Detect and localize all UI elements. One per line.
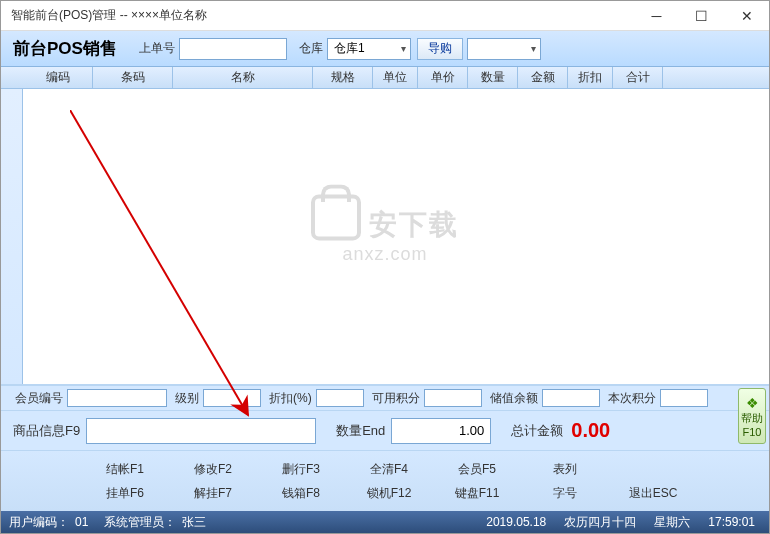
member-balance-input[interactable]: [542, 389, 600, 407]
fn-delete-row[interactable]: 删行F3: [257, 457, 345, 481]
qty-input[interactable]: [391, 418, 491, 444]
fn-member[interactable]: 会员F5: [433, 457, 521, 481]
row-marker-gutter: [1, 89, 23, 384]
member-discount-label: 折扣(%): [269, 390, 312, 407]
function-panel: 结帐F1 修改F2 删行F3 全清F4 会员F5 表列 挂单F6 解挂F7 钱箱…: [1, 451, 769, 511]
statusbar: 用户编码： 01 系统管理员： 张三 2019.05.18 农历四月十四 星期六…: [1, 511, 769, 533]
product-bar: 商品信息F9 数量End 总计金额 0.00: [1, 411, 769, 451]
col-name[interactable]: 名称: [173, 67, 313, 88]
fn-modify[interactable]: 修改F2: [169, 457, 257, 481]
product-info-input[interactable]: [86, 418, 316, 444]
qty-label: 数量End: [336, 422, 385, 440]
product-info-label: 商品信息F9: [13, 422, 80, 440]
guide-button[interactable]: 导购: [417, 38, 463, 60]
book-icon: ❖: [746, 395, 759, 411]
guide-select[interactable]: [467, 38, 541, 60]
maximize-button[interactable]: ☐: [679, 1, 724, 30]
member-this-points-input[interactable]: [660, 389, 708, 407]
close-button[interactable]: ✕: [724, 1, 769, 30]
warehouse-label: 仓库: [299, 40, 323, 57]
col-barcode[interactable]: 条码: [93, 67, 173, 88]
col-code[interactable]: 编码: [23, 67, 93, 88]
app-title: 前台POS销售: [7, 37, 127, 60]
col-unit[interactable]: 单位: [373, 67, 418, 88]
member-bar: 会员编号 级别 折扣(%) 可用积分 储值余额 本次积分: [1, 385, 769, 411]
main-toolbar: 前台POS销售 上单号 仓库 仓库1 导购: [1, 31, 769, 67]
member-points-label: 可用积分: [372, 390, 420, 407]
fn-keyboard[interactable]: 键盘F11: [433, 481, 521, 505]
total-value: 0.00: [571, 419, 610, 442]
member-balance-label: 储值余额: [490, 390, 538, 407]
watermark: 安下载 anxz.com: [311, 194, 459, 265]
col-spec[interactable]: 规格: [313, 67, 373, 88]
status-usercode: 01: [75, 515, 88, 529]
warehouse-select[interactable]: 仓库1: [327, 38, 411, 60]
status-date: 2019.05.18: [486, 515, 546, 529]
prev-order-label: 上单号: [139, 40, 175, 57]
fn-exit[interactable]: 退出ESC: [609, 481, 697, 505]
row-selector-header: [1, 67, 23, 88]
fn-checkout[interactable]: 结帐F1: [81, 457, 169, 481]
status-lunar: 农历四月十四: [564, 514, 636, 531]
status-weekday: 星期六: [654, 514, 690, 531]
minimize-button[interactable]: ─: [634, 1, 679, 30]
window-title: 智能前台(POS)管理 -- ××××单位名称: [11, 7, 634, 24]
status-admin: 张三: [182, 514, 206, 531]
prev-order-input[interactable]: [179, 38, 287, 60]
titlebar: 智能前台(POS)管理 -- ××××单位名称 ─ ☐ ✕: [1, 1, 769, 31]
col-total[interactable]: 合计: [613, 67, 663, 88]
member-points-input[interactable]: [424, 389, 482, 407]
member-id-input[interactable]: [67, 389, 167, 407]
col-discount[interactable]: 折扣: [568, 67, 613, 88]
total-label: 总计金额: [511, 422, 563, 440]
fn-table-list[interactable]: 表列: [521, 457, 609, 481]
fn-clear-all[interactable]: 全清F4: [345, 457, 433, 481]
grid-body[interactable]: 安下载 anxz.com: [1, 89, 769, 385]
fn-cashbox[interactable]: 钱箱F8: [257, 481, 345, 505]
help-button[interactable]: ❖ 帮助 F10: [738, 388, 766, 444]
fn-unhold[interactable]: 解挂F7: [169, 481, 257, 505]
col-price[interactable]: 单价: [418, 67, 468, 88]
col-qty[interactable]: 数量: [468, 67, 518, 88]
col-amount[interactable]: 金额: [518, 67, 568, 88]
fn-hold[interactable]: 挂单F6: [81, 481, 169, 505]
fn-lock[interactable]: 锁机F12: [345, 481, 433, 505]
member-level-input[interactable]: [203, 389, 261, 407]
bag-icon: [311, 194, 361, 240]
status-admin-label: 系统管理员：: [104, 514, 176, 531]
fn-fontsize[interactable]: 字号: [521, 481, 609, 505]
member-id-label: 会员编号: [15, 390, 63, 407]
member-level-label: 级别: [175, 390, 199, 407]
status-time: 17:59:01: [708, 515, 755, 529]
grid-header: 编码 条码 名称 规格 单位 单价 数量 金额 折扣 合计: [1, 67, 769, 89]
status-usercode-label: 用户编码：: [9, 514, 69, 531]
member-this-points-label: 本次积分: [608, 390, 656, 407]
member-discount-input[interactable]: [316, 389, 364, 407]
